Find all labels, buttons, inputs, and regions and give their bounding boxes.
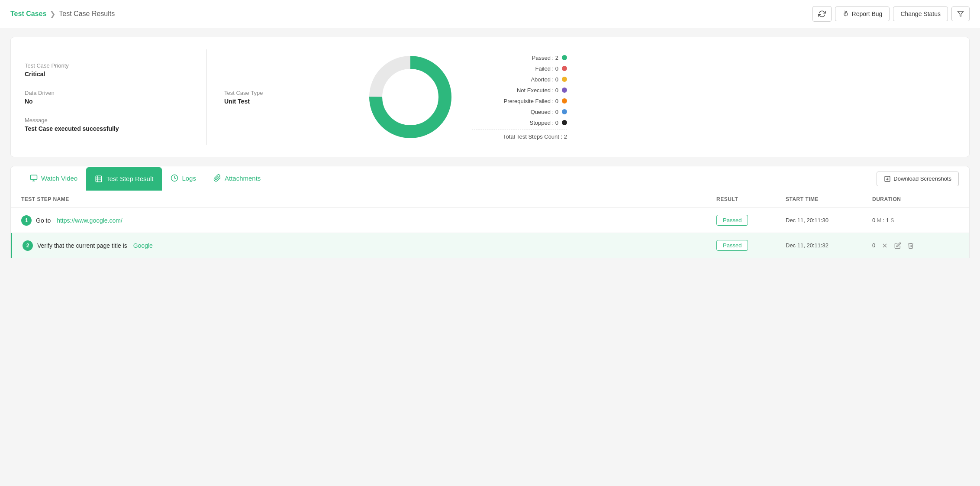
legend-queued-text: Queued : 0 xyxy=(472,109,558,115)
breadcrumb-test-cases[interactable]: Test Cases xyxy=(10,10,46,18)
report-bug-label: Report Bug xyxy=(852,10,883,17)
legend-passed-dot xyxy=(562,55,567,60)
tab-test-step-result[interactable]: Test Step Result xyxy=(86,167,162,191)
status-badge-1: Passed xyxy=(716,215,748,226)
row-actions-2 xyxy=(880,241,915,250)
report-bug-button[interactable]: Report Bug xyxy=(835,6,890,21)
legend-failed-dot xyxy=(562,66,567,71)
chart-legend-panel: Passed : 2 Failed : 0 Aborted : 0 Not Ex… xyxy=(472,55,567,140)
status-badge-2: Passed xyxy=(716,240,748,251)
message-value: Test Case executed successfully xyxy=(25,125,189,132)
col-duration: DURATION xyxy=(872,196,959,202)
table-row: 1 Go to https://www.google.com/ Passed D… xyxy=(11,208,969,233)
legend-prereq-failed-dot xyxy=(562,98,567,104)
main-content: Test Case Priority Critical Data Driven … xyxy=(0,28,980,267)
delete-icon[interactable] xyxy=(906,241,915,250)
filter-button[interactable] xyxy=(951,6,970,21)
legend-not-executed-dot xyxy=(562,87,567,93)
type-label: Test Case Type xyxy=(224,90,345,96)
donut-center-label: 100% xyxy=(402,93,419,101)
change-status-label: Change Status xyxy=(900,10,941,17)
legend-aborted-dot xyxy=(562,77,567,82)
download-screenshots-label: Download Screenshots xyxy=(893,175,951,182)
svg-rect-6 xyxy=(31,175,37,180)
col-test-step-name: TEST STEP NAME xyxy=(21,196,716,202)
result-cell-1: Passed xyxy=(716,215,786,226)
tabs-bar: Watch Video Test Step Result Logs Attach… xyxy=(10,166,970,191)
legend-aborted-text: Aborted : 0 xyxy=(472,76,558,83)
table-header: TEST STEP NAME RESULT START TIME DURATIO… xyxy=(11,191,969,208)
step-name-1: 1 Go to https://www.google.com/ xyxy=(21,215,716,226)
duration-value-2: 0 xyxy=(872,242,875,249)
tab-test-step-result-label: Test Step Result xyxy=(106,175,153,182)
legend-queued: Queued : 0 xyxy=(472,109,567,115)
legend-stopped: Stopped : 0 xyxy=(472,120,567,126)
col-result: RESULT xyxy=(716,196,786,202)
result-cell-2: Passed xyxy=(716,240,786,251)
legend-aborted: Aborted : 0 xyxy=(472,76,567,83)
legend-stopped-text: Stopped : 0 xyxy=(472,120,558,126)
start-time-1: Dec 11, 20:11:30 xyxy=(786,217,872,224)
tabs-table-section: Watch Video Test Step Result Logs Attach… xyxy=(10,166,970,258)
chart-area: 100% Passed : 2 Failed : 0 Aborted : 0 xyxy=(363,49,955,145)
legend-prereq-failed-text: Prerequisite Failed : 0 xyxy=(472,98,558,104)
legend-passed: Passed : 2 xyxy=(472,55,567,61)
step-number-1: 1 xyxy=(21,215,32,226)
header-actions: Report Bug Change Status xyxy=(812,6,970,22)
download-screenshots-button[interactable]: Download Screenshots xyxy=(877,172,959,186)
priority-value: Critical xyxy=(25,71,189,78)
change-status-button[interactable]: Change Status xyxy=(893,6,948,21)
info-divider xyxy=(206,49,207,145)
tab-logs[interactable]: Logs xyxy=(162,166,205,191)
info-card: Test Case Priority Critical Data Driven … xyxy=(10,37,970,157)
svg-rect-9 xyxy=(96,176,102,182)
info-left-panel: Test Case Priority Critical Data Driven … xyxy=(25,62,206,132)
start-time-2: Dec 11, 20:11:32 xyxy=(786,242,872,249)
step-text-prefix-1: Go to xyxy=(36,217,52,224)
data-driven-label: Data Driven xyxy=(25,90,189,96)
tab-logs-label: Logs xyxy=(182,175,196,182)
tab-watch-video[interactable]: Watch Video xyxy=(21,166,86,191)
legend-queued-dot xyxy=(562,109,567,114)
step-number-2: 2 xyxy=(23,240,33,251)
step-link-1[interactable]: https://www.google.com/ xyxy=(57,217,122,224)
tab-watch-video-label: Watch Video xyxy=(41,175,77,182)
legend-stopped-dot xyxy=(562,120,567,125)
top-header: Test Cases ❯ Test Case Results Report Bu… xyxy=(0,0,980,28)
donut-chart: 100% xyxy=(363,49,458,145)
breadcrumb-current-page: Test Case Results xyxy=(59,10,115,18)
legend-failed-text: Failed : 0 xyxy=(472,65,558,72)
legend-failed: Failed : 0 xyxy=(472,65,567,72)
type-value: Unit Test xyxy=(224,98,345,105)
message-label: Message xyxy=(25,117,189,123)
priority-label: Test Case Priority xyxy=(25,62,189,69)
priority-field: Test Case Priority Critical xyxy=(25,62,189,78)
legend-not-executed: Not Executed : 0 xyxy=(472,87,567,94)
message-field: Message Test Case executed successfully xyxy=(25,117,189,132)
tabs-left: Watch Video Test Step Result Logs Attach… xyxy=(21,166,269,191)
duration-2: 0 xyxy=(872,241,959,250)
step-name-2: 2 Verify that the current page title is … xyxy=(23,240,716,251)
table-row: 2 Verify that the current page title is … xyxy=(11,233,969,258)
info-middle-panel: Test Case Type Unit Test xyxy=(224,90,363,105)
legend-prereq-failed: Prerequisite Failed : 0 xyxy=(472,98,567,104)
refresh-button[interactable] xyxy=(812,6,832,22)
tab-attachments[interactable]: Attachments xyxy=(205,166,269,191)
duration-value-1: 0 M : 1 S xyxy=(872,217,894,224)
table-container: TEST STEP NAME RESULT START TIME DURATIO… xyxy=(10,191,970,258)
step-link-2[interactable]: Google xyxy=(133,242,153,249)
tab-attachments-label: Attachments xyxy=(225,175,261,182)
breadcrumb-separator: ❯ xyxy=(50,10,55,18)
data-driven-field: Data Driven No xyxy=(25,90,189,105)
close-icon[interactable] xyxy=(880,241,889,250)
legend-not-executed-text: Not Executed : 0 xyxy=(472,87,558,94)
edit-icon[interactable] xyxy=(893,241,902,250)
legend-passed-text: Passed : 2 xyxy=(472,55,558,61)
step-text-prefix-2: Verify that the current page title is xyxy=(37,242,129,249)
type-field: Test Case Type Unit Test xyxy=(224,90,345,105)
chart-legend: Passed : 2 Failed : 0 Aborted : 0 Not Ex… xyxy=(472,55,567,126)
total-count-label: Total Test Steps Count : 2 xyxy=(472,130,567,140)
col-start-time: START TIME xyxy=(786,196,872,202)
duration-1: 0 M : 1 S xyxy=(872,217,959,224)
breadcrumb: Test Cases ❯ Test Case Results xyxy=(10,10,115,18)
